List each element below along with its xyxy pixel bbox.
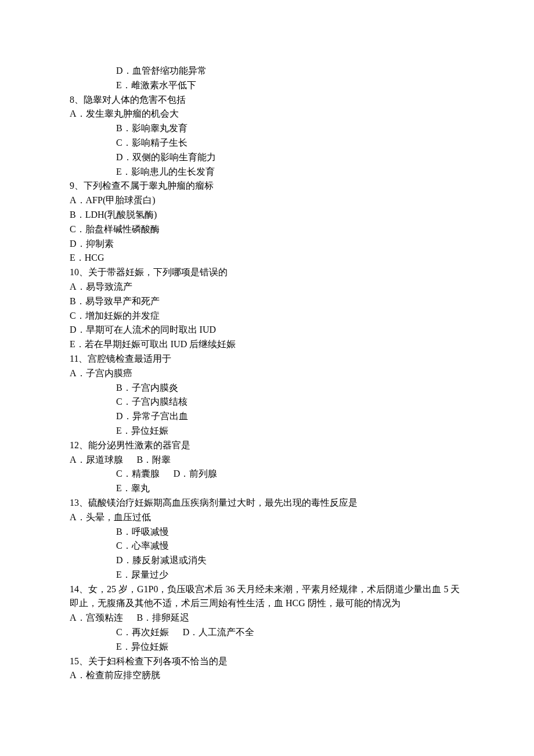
text-line: C．子宫内膜结核	[70, 395, 464, 409]
text-line: B．易导致早产和死产	[70, 294, 464, 309]
text-line: E．雌激素水平低下	[70, 78, 464, 93]
text-line: C．胎盘样碱性磷酸酶	[70, 222, 464, 237]
text-line: A．发生睾丸肿瘤的机会大	[70, 107, 464, 121]
text-line: A．宫颈粘连 B．排卵延迟	[70, 611, 464, 625]
text-line: A．子宫内膜癌	[70, 366, 464, 381]
text-line: 11、宫腔镜检查最适用于	[70, 352, 464, 366]
text-line: 9、下列检查不属于睾丸肿瘤的瘤标	[70, 179, 464, 193]
text-line: A．检查前应排空膀胱	[70, 668, 464, 683]
text-line: E．尿量过少	[70, 568, 464, 582]
text-line: E．若在早期妊娠可取出 IUD 后继续妊娠	[70, 337, 464, 352]
text-line: B．LDH(乳酸脱氢酶)	[70, 208, 464, 222]
text-line: D．异常子宫出血	[70, 409, 464, 424]
text-line: 13、硫酸镁治疗妊娠期高血压疾病剂量过大时，最先出现的毒性反应是	[70, 496, 464, 510]
document-page: D．血管舒缩功能异常E．雌激素水平低下8、隐睾对人体的危害不包括A．发生睾丸肿瘤…	[0, 0, 534, 756]
text-line: D．早期可在人流术的同时取出 IUD	[70, 323, 464, 337]
text-line: A．尿道球腺 B．附睾	[70, 453, 464, 467]
text-line: C．增加妊娠的并发症	[70, 309, 464, 323]
text-line: E．异位妊娠	[70, 424, 464, 438]
text-line: A．头晕，血压过低	[70, 510, 464, 525]
text-line: C．再次妊娠 D．人工流产不全	[70, 625, 464, 640]
text-line: B．子宫内膜炎	[70, 381, 464, 395]
text-line: E．异位妊娠	[70, 640, 464, 654]
text-line: D．抑制素	[70, 237, 464, 251]
text-line: E．HCG	[70, 251, 464, 265]
text-line: A．AFP(甲胎球蛋白)	[70, 193, 464, 208]
text-line: D．血管舒缩功能异常	[70, 64, 464, 78]
text-line: B．呼吸减慢	[70, 525, 464, 539]
text-line: E．睾丸	[70, 481, 464, 496]
text-line: D．双侧的影响生育能力	[70, 150, 464, 165]
text-line: 8、隐睾对人体的危害不包括	[70, 93, 464, 107]
text-line: E．影响患儿的生长发育	[70, 165, 464, 179]
text-line: C．影响精子生长	[70, 136, 464, 150]
text-line: D．膝反射减退或消失	[70, 553, 464, 568]
text-line: A．易导致流产	[70, 280, 464, 294]
text-line: B．影响睾丸发育	[70, 121, 464, 136]
text-line: 10、关于带器妊娠，下列哪项是错误的	[70, 265, 464, 280]
text-line: 15、关于妇科检查下列各项不恰当的是	[70, 654, 464, 669]
text-line: 12、能分泌男性激素的器官是	[70, 438, 464, 453]
document-body: D．血管舒缩功能异常E．雌激素水平低下8、隐睾对人体的危害不包括A．发生睾丸肿瘤…	[70, 64, 464, 683]
text-line: C．心率减慢	[70, 539, 464, 553]
text-line: 14、女，25 岁，G1P0，负压吸宫术后 36 天月经未来潮，平素月经规律，术…	[70, 582, 464, 611]
text-line: C．精囊腺 D．前列腺	[70, 467, 464, 481]
